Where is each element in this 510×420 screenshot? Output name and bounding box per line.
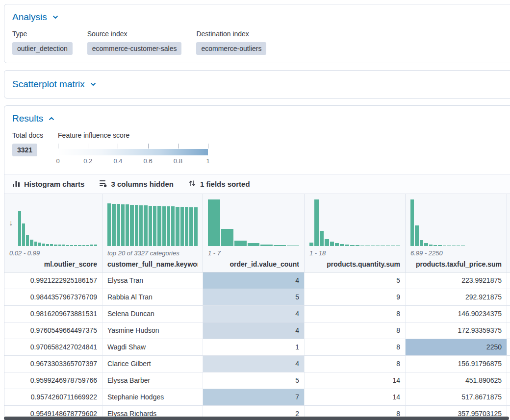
scatterplot-matrix-title: Scatterplot matrix xyxy=(12,78,85,90)
grid-cell[interactable]: Elyssa Tran xyxy=(102,272,203,289)
chevron-down-icon xyxy=(89,80,97,88)
legend-tick-label: 0.2 xyxy=(83,157,92,165)
column-histogram xyxy=(410,199,502,246)
legend-tick-label: 0.8 xyxy=(174,157,182,165)
grid-toolbar: Histogram charts 3 columns hidden 1 fiel… xyxy=(4,174,510,194)
grid-cell[interactable]: 0.9844357967376709 xyxy=(4,289,102,305)
grid-header-row: ↓0.02 - 0.99ml.outlier_scoretop 20 of 33… xyxy=(4,194,510,272)
table-row: 0.9599246978759766Elyssa Barber514451.89… xyxy=(4,372,510,389)
grid-cell[interactable]: 0.9574260711669922 xyxy=(4,389,102,405)
table-row: 0.9816209673881531Selena Duncan48146.902… xyxy=(4,306,510,322)
grid-cell[interactable]: 8 xyxy=(305,339,406,355)
total-docs-badge: 3321 xyxy=(12,144,37,156)
grid-cell[interactable]: 0.9921222925186157 xyxy=(4,272,102,289)
grid-cell[interactable]: 4 xyxy=(203,272,305,289)
grid-cell[interactable]: 0.9599246978759766 xyxy=(4,372,102,389)
legend-tick xyxy=(88,144,88,148)
field-label: Destination index xyxy=(196,30,266,38)
results-panel-toggle[interactable]: Results xyxy=(12,113,508,124)
grid-cell[interactable]: 14 xyxy=(305,389,406,405)
grid-cell[interactable]: 0.9760549664497375 xyxy=(4,322,102,339)
column-range-label: 6.99 - 2250 xyxy=(410,249,502,257)
analysis-field-destination-index: Destination index ecommerce-outliers xyxy=(196,23,266,55)
scatterplot-matrix-panel: Scatterplot matrix xyxy=(4,70,510,99)
analysis-panel: Analysis Type outlier_detection Source i… xyxy=(4,4,510,63)
analysis-fields: Type outlier_detection Source index ecom… xyxy=(12,23,508,55)
grid-cell[interactable]: Elyssa Barber xyxy=(102,372,203,389)
fields-sorted-label: 1 fields sorted xyxy=(200,180,250,188)
grid-cell[interactable]: 5 xyxy=(305,272,406,289)
columns-hidden-button[interactable]: 3 columns hidden xyxy=(99,179,174,189)
column-name: customer_full_name.keyword xyxy=(107,260,198,268)
columns-hidden-label: 3 columns hidden xyxy=(111,180,174,188)
grid-cell[interactable]: Yasmine Hudson xyxy=(102,322,203,339)
grid-cell[interactable]: Clarice Gilbert xyxy=(102,356,203,372)
grid-cell[interactable]: 172.93359375 xyxy=(406,322,507,339)
column-range-label: 0.02 - 0.99 xyxy=(9,249,97,257)
grid-cell[interactable]: 451.890625 xyxy=(406,372,507,389)
legend-gradient-bar xyxy=(58,149,208,155)
grid-cell[interactable]: 4 xyxy=(203,306,305,322)
grid-body: 0.9921222925186157Elyssa Tran45223.99218… xyxy=(4,272,510,420)
legend-tick-marks xyxy=(58,144,208,149)
histogram-charts-toggle[interactable]: Histogram charts xyxy=(12,179,84,189)
field-label: Type xyxy=(12,30,73,38)
grid-cell[interactable]: 0.9673303365707397 xyxy=(4,356,102,372)
grid-cell[interactable]: Selena Duncan xyxy=(102,306,203,322)
column-name: ml.outlier_score xyxy=(9,260,97,268)
grid-cell[interactable]: 8 xyxy=(305,322,406,339)
grid-cell[interactable]: 1 xyxy=(203,339,305,355)
type-badge: outlier_detection xyxy=(12,42,73,55)
grid-cell[interactable]: 8 xyxy=(305,356,406,372)
grid-cell[interactable]: 2250 xyxy=(406,339,507,355)
grid-cell[interactable]: 5 xyxy=(203,372,305,389)
legend-tick xyxy=(148,144,149,148)
grid-cell[interactable]: 14 xyxy=(305,372,406,389)
analysis-panel-title: Analysis xyxy=(12,11,47,23)
grid-cell[interactable]: Rabbia Al Tran xyxy=(102,289,203,305)
column-header-products.quantity.sum[interactable]: 1 - 18products.quantity.sum xyxy=(305,194,406,272)
grid-cell[interactable]: 7 xyxy=(203,389,305,405)
table-row: 0.9921222925186157Elyssa Tran45223.99218… xyxy=(4,272,510,289)
table-row: 0.9673303365707397Clarice Gilbert48156.9… xyxy=(4,356,510,372)
grid-cell[interactable]: 223.9921875 xyxy=(406,272,507,289)
grid-cell[interactable]: 9 xyxy=(305,289,406,305)
grid-cell[interactable]: Stephanie Hodges xyxy=(102,389,203,405)
feature-influence-label: Feature influence score xyxy=(58,131,208,139)
grid-cell[interactable]: 0.9816209673881531 xyxy=(4,306,102,322)
column-header-order_id.value_count[interactable]: 1 - 7order_id.value_count xyxy=(203,194,305,272)
column-name: order_id.value_count xyxy=(208,260,299,268)
scatterplot-matrix-toggle[interactable]: Scatterplot matrix xyxy=(12,78,508,90)
column-histogram xyxy=(208,199,299,246)
analysis-panel-toggle[interactable]: Analysis xyxy=(12,11,508,23)
legend-tick-label: 0.6 xyxy=(144,157,153,165)
grid-cell[interactable]: 4 xyxy=(203,322,305,339)
chevron-down-icon xyxy=(51,13,59,21)
grid-cell[interactable]: 146.90234375 xyxy=(406,306,507,322)
column-header-ml.outlier_score[interactable]: ↓0.02 - 0.99ml.outlier_score xyxy=(4,194,102,272)
legend-tick-label: 0 xyxy=(56,157,59,165)
column-header-products.taxful_price.sum[interactable]: 6.99 - 2250products.taxful_price.sum xyxy=(406,194,507,272)
column-header-customer_full_name.keyword[interactable]: top 20 of 3327 categoriescustomer_full_n… xyxy=(102,194,203,272)
grid-cell[interactable]: 5 xyxy=(203,289,305,305)
grid-cell[interactable]: 4 xyxy=(203,356,305,372)
legend-tick xyxy=(178,144,178,148)
column-histogram xyxy=(9,199,97,246)
grid-cell[interactable]: Wagdi Shaw xyxy=(102,339,203,355)
legend-tick xyxy=(118,144,118,148)
fields-sorted-button[interactable]: 1 fields sorted xyxy=(188,179,250,189)
feature-influence-legend: Feature influence score 00.20.40.60.81 xyxy=(58,131,208,166)
results-panel-title: Results xyxy=(12,113,43,124)
sort-fields-icon xyxy=(188,179,196,189)
grid-cell[interactable]: 292.921875 xyxy=(406,289,507,305)
analysis-field-type: Type outlier_detection xyxy=(12,23,73,55)
bar-chart-icon xyxy=(12,179,20,189)
grid-cell[interactable]: 8 xyxy=(305,306,406,322)
table-row: 0.9844357967376709Rabbia Al Tran59292.92… xyxy=(4,289,510,306)
histogram-charts-label: Histogram charts xyxy=(24,180,84,188)
grid-cell[interactable]: 517.8671875 xyxy=(406,389,507,405)
grid-cell[interactable]: 156.91796875 xyxy=(406,356,507,372)
grid-cell[interactable]: 0.9706582427024841 xyxy=(4,339,102,355)
sort-desc-icon: ↓ xyxy=(9,219,13,227)
horizontal-scrollbar[interactable] xyxy=(4,417,509,420)
